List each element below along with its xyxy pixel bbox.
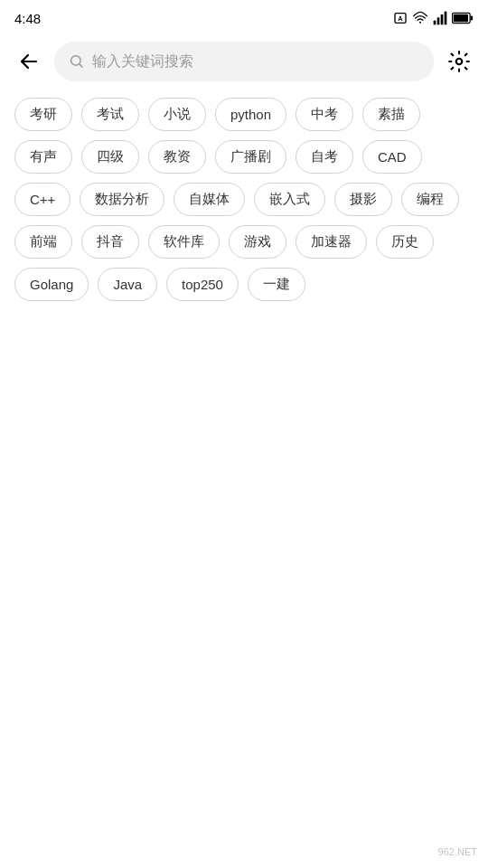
status-icons: A xyxy=(393,11,474,25)
status-bar: 4:48 A xyxy=(0,0,488,33)
tag-item[interactable]: 有声 xyxy=(14,140,72,174)
tag-item[interactable]: C++ xyxy=(14,183,70,216)
tag-item[interactable]: python xyxy=(215,98,286,131)
tag-item[interactable]: 游戏 xyxy=(229,225,286,259)
tag-item[interactable]: 考研 xyxy=(14,98,72,131)
tag-item[interactable]: 一建 xyxy=(248,268,305,301)
search-box[interactable]: 输入关键词搜索 xyxy=(54,42,434,81)
tag-item[interactable]: 小说 xyxy=(148,98,206,131)
svg-point-11 xyxy=(456,59,463,65)
tag-item[interactable]: 加速器 xyxy=(296,225,367,259)
back-icon xyxy=(18,51,40,72)
tag-item[interactable]: 中考 xyxy=(296,98,353,131)
search-placeholder: 输入关键词搜索 xyxy=(92,52,193,71)
settings-button[interactable] xyxy=(441,43,477,80)
tags-container: 考研考试小说python中考素描有声四级教资广播剧自考CADC++数据分析自媒体… xyxy=(0,90,488,316)
tag-item[interactable]: 四级 xyxy=(81,140,139,174)
watermark: 962.NET xyxy=(438,846,477,857)
tag-item[interactable]: 前端 xyxy=(14,225,72,259)
search-icon xyxy=(69,53,85,70)
tag-item[interactable]: 考试 xyxy=(81,98,139,131)
svg-rect-9 xyxy=(471,15,474,20)
svg-rect-4 xyxy=(437,17,440,24)
tag-item[interactable]: CAD xyxy=(362,140,422,174)
back-button[interactable] xyxy=(11,43,47,80)
tag-item[interactable]: 素描 xyxy=(362,98,420,131)
tag-item[interactable]: top250 xyxy=(166,268,239,301)
tag-item[interactable]: 摄影 xyxy=(334,183,392,216)
tag-item[interactable]: 自媒体 xyxy=(174,183,245,216)
tag-item[interactable]: 软件库 xyxy=(148,225,220,259)
tag-item[interactable]: Java xyxy=(98,268,157,301)
signal-icon xyxy=(433,11,447,25)
status-time: 4:48 xyxy=(14,11,41,26)
tag-item[interactable]: 教资 xyxy=(148,140,206,174)
tag-item[interactable]: 编程 xyxy=(401,183,459,216)
svg-rect-3 xyxy=(434,21,436,25)
a-icon: A xyxy=(393,11,408,25)
svg-rect-6 xyxy=(445,12,447,25)
tag-item[interactable]: Golang xyxy=(14,268,89,301)
svg-rect-5 xyxy=(441,14,444,24)
tag-item[interactable]: 数据分析 xyxy=(80,183,164,216)
settings-icon xyxy=(447,50,471,73)
tag-item[interactable]: 自考 xyxy=(296,140,353,174)
battery-icon xyxy=(452,12,474,24)
top-bar: 输入关键词搜索 xyxy=(0,33,488,90)
svg-rect-8 xyxy=(454,14,468,23)
tag-item[interactable]: 抖音 xyxy=(81,225,139,259)
svg-point-2 xyxy=(419,22,421,24)
wifi-icon xyxy=(412,11,428,25)
svg-text:A: A xyxy=(398,14,403,23)
tag-item[interactable]: 广播剧 xyxy=(215,140,286,174)
tag-item[interactable]: 嵌入式 xyxy=(254,183,325,216)
tag-item[interactable]: 历史 xyxy=(376,225,434,259)
